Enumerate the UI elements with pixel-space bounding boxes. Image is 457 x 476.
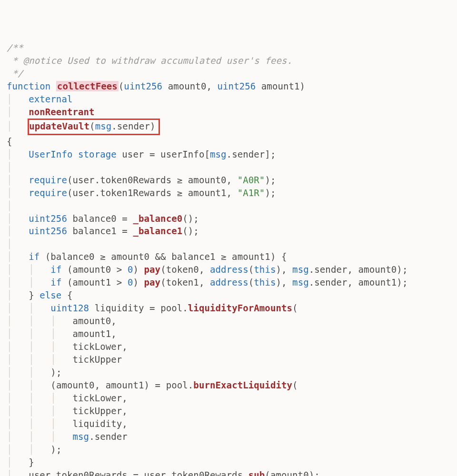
indent-guide: │ <box>7 457 12 467</box>
indent-guide: │ <box>50 328 56 339</box>
indent-guide: │ <box>29 406 34 416</box>
indent-guide: │ <box>7 406 12 416</box>
msg-ident: msg <box>292 264 309 275</box>
indent-guide: │ <box>7 277 12 288</box>
arg: tickLower, <box>73 341 128 352</box>
code-text: (token1, <box>160 277 210 288</box>
code-text: ), <box>276 277 292 288</box>
code-text: (balance0 ≥ amount0 && balance1 ≥ amount… <box>40 251 287 262</box>
indent-guide: │ <box>29 316 34 326</box>
indent-guide: │ <box>29 341 34 352</box>
indent-guide: │ <box>29 303 34 313</box>
keyword-require: require <box>29 175 67 185</box>
paren-open: ( <box>89 121 95 131</box>
type-uint128: uint128 <box>50 303 89 313</box>
number-literal: 0 <box>128 277 133 288</box>
fn-burnexactliquidity: burnExactLiquidity <box>193 380 292 390</box>
indent-guide: │ <box>29 431 34 442</box>
indent-guide: │ <box>29 277 34 288</box>
code-text: (user.token1Rewards ≥ amount1, <box>67 188 238 198</box>
fn-pay: pay <box>144 264 161 275</box>
code-text: user.token0Rewards = user.token0Rewards. <box>29 470 248 476</box>
msg-sender: msg <box>95 121 112 131</box>
indent-guide: │ <box>50 406 56 416</box>
param-name: amount0, <box>162 81 217 91</box>
indent-guide: │ <box>7 303 12 313</box>
code-text: .sender, amount0); <box>309 264 408 275</box>
code-block: /** * @notice Used to withdraw accumulat… <box>7 41 455 476</box>
indent-guide: │ <box>29 418 34 429</box>
code-text: ( <box>292 303 298 313</box>
indent-guide: │ <box>50 354 56 365</box>
indent-guide: │ <box>7 354 12 365</box>
fn-liquidityforamounts: liquidityForAmounts <box>188 303 292 313</box>
keyword-this: this <box>254 277 276 288</box>
modifier-nonreentrant: nonReentrant <box>29 107 94 117</box>
keyword-function: function <box>7 81 50 91</box>
keyword-storage: storage <box>72 149 116 159</box>
keyword-this: this <box>254 264 276 275</box>
indent-guide: │ <box>7 251 12 262</box>
arg: tickUpper, <box>73 406 128 416</box>
indent-guide: │ <box>7 175 12 185</box>
code-text: ); <box>50 444 61 455</box>
type-uint256: uint256 <box>29 226 67 236</box>
code-text: ( <box>292 380 298 390</box>
comment-line: * @notice Used to withdraw accumulated u… <box>7 55 292 66</box>
indent-guide: │ <box>7 264 12 275</box>
code-text: { <box>61 290 72 300</box>
indent-guide: │ <box>29 444 34 455</box>
fn-sub: sub <box>248 470 265 476</box>
code-text: (); <box>182 226 199 236</box>
code-text: ( <box>248 264 254 275</box>
keyword-if: if <box>50 264 61 275</box>
indent-guide: │ <box>50 341 56 352</box>
indent-guide: │ <box>29 264 34 275</box>
code-text: } <box>29 290 40 300</box>
arg: amount1, <box>73 328 117 339</box>
indent-guide: │ <box>7 94 12 104</box>
paren-close: ) <box>150 121 156 131</box>
msg-ident: msg <box>210 149 227 159</box>
code-text: (amount0); <box>265 470 319 476</box>
code-text: (amount0, amount1) = pool. <box>50 380 193 390</box>
fn-balance1: _balance1 <box>133 226 182 236</box>
keyword-if: if <box>50 277 61 288</box>
code-text: user = userInfo[ <box>117 149 210 159</box>
highlight-box: updateVault(msg.sender) <box>28 119 159 135</box>
arg: liquidity, <box>73 418 128 429</box>
code-text: ) <box>133 277 144 288</box>
keyword-address: address <box>210 264 248 275</box>
indent-guide: │ <box>50 431 56 442</box>
indent-guide: │ <box>7 393 12 403</box>
code-text: .sender <box>89 431 128 442</box>
string-literal: "A1R" <box>238 188 265 198</box>
code-text: ) <box>133 264 144 275</box>
code-text: (amount0 > <box>61 264 127 275</box>
keyword-address: address <box>210 277 248 288</box>
indent-guide: │ <box>7 149 12 159</box>
indent-guide: │ <box>7 470 12 476</box>
fn-balance0: _balance0 <box>133 213 182 224</box>
indent-guide: │ <box>7 226 12 236</box>
indent-guide: │ <box>7 107 12 117</box>
indent-guide: │ <box>7 328 12 339</box>
indent-guide: │ <box>7 238 12 249</box>
indent-guide: │ <box>29 367 34 377</box>
indent-guide: │ <box>7 188 12 198</box>
msg-ident: msg <box>73 431 89 442</box>
indent-guide: │ <box>29 328 34 339</box>
indent-guide: │ <box>7 367 12 377</box>
code-text: balance0 = <box>67 213 133 224</box>
code-text: (token0, <box>160 264 210 275</box>
code-text: ), <box>276 264 292 275</box>
indent-guide: │ <box>29 380 34 390</box>
code-text: ); <box>265 188 276 198</box>
paren-open: ( <box>119 81 124 91</box>
arg: tickLower, <box>73 393 128 403</box>
paren-close: ) <box>300 81 306 91</box>
brace-close: } <box>29 457 34 467</box>
indent-guide: │ <box>7 213 12 224</box>
modifier-updatevault: updateVault <box>29 121 89 131</box>
type-uint256: uint256 <box>124 81 162 91</box>
